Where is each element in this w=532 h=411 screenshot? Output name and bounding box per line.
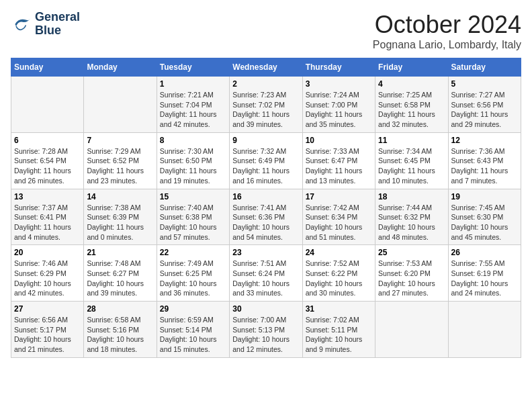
day-info: Sunrise: 6:58 AM Sunset: 5:16 PM Dayligh… [87,315,153,355]
day-info: Sunrise: 7:00 AM Sunset: 5:13 PM Dayligh… [232,315,299,355]
day-number: 31 [306,304,372,314]
day-number: 9 [232,136,299,145]
day-number: 2 [232,79,299,89]
calendar-cell: 4Sunrise: 7:25 AM Sunset: 6:58 PM Daylig… [375,77,448,133]
day-info: Sunrise: 7:24 AM Sunset: 7:00 PM Dayligh… [306,90,372,130]
day-number: 10 [306,136,372,145]
calendar-cell: 14Sunrise: 7:38 AM Sunset: 6:39 PM Dayli… [84,189,157,245]
calendar-cell: 1Sunrise: 7:21 AM Sunset: 7:04 PM Daylig… [157,77,229,133]
month-title: October 2024 [373,11,521,39]
day-info: Sunrise: 6:59 AM Sunset: 5:14 PM Dayligh… [160,315,226,355]
day-info: Sunrise: 7:37 AM Sunset: 6:41 PM Dayligh… [14,203,81,242]
day-info: Sunrise: 7:34 AM Sunset: 6:45 PM Dayligh… [378,146,445,186]
day-info: Sunrise: 7:41 AM Sunset: 6:36 PM Dayligh… [232,203,299,242]
day-number: 23 [232,248,299,257]
title-section: October 2024 Pognana Lario, Lombardy, It… [373,11,521,51]
calendar-cell: 17Sunrise: 7:42 AM Sunset: 6:34 PM Dayli… [302,189,375,245]
day-number: 30 [232,304,299,314]
calendar-cell: 6Sunrise: 7:28 AM Sunset: 6:54 PM Daylig… [11,132,84,189]
day-info: Sunrise: 7:28 AM Sunset: 6:54 PM Dayligh… [14,146,81,186]
day-info: Sunrise: 7:45 AM Sunset: 6:30 PM Dayligh… [451,203,518,242]
calendar-cell: 18Sunrise: 7:44 AM Sunset: 6:32 PM Dayli… [375,189,448,245]
day-info: Sunrise: 7:23 AM Sunset: 7:02 PM Dayligh… [232,90,299,130]
calendar-cell: 24Sunrise: 7:52 AM Sunset: 6:22 PM Dayli… [302,245,375,302]
day-info: Sunrise: 7:21 AM Sunset: 7:04 PM Dayligh… [160,90,226,130]
day-info: Sunrise: 6:56 AM Sunset: 5:17 PM Dayligh… [14,315,81,355]
day-info: Sunrise: 7:51 AM Sunset: 6:24 PM Dayligh… [232,259,299,298]
calendar-cell [375,302,448,358]
day-info: Sunrise: 7:55 AM Sunset: 6:19 PM Dayligh… [451,259,518,298]
day-number: 6 [14,136,81,145]
day-info: Sunrise: 7:48 AM Sunset: 6:27 PM Dayligh… [87,259,153,298]
calendar-cell: 30Sunrise: 7:00 AM Sunset: 5:13 PM Dayli… [230,302,302,358]
day-info: Sunrise: 7:27 AM Sunset: 6:56 PM Dayligh… [451,90,518,130]
day-info: Sunrise: 7:33 AM Sunset: 6:47 PM Dayligh… [306,146,372,186]
calendar-cell: 25Sunrise: 7:53 AM Sunset: 6:20 PM Dayli… [375,245,448,302]
logo: General Blue [11,11,80,38]
calendar-week-row: 1Sunrise: 7:21 AM Sunset: 7:04 PM Daylig… [11,77,521,133]
day-info: Sunrise: 7:25 AM Sunset: 6:58 PM Dayligh… [378,90,445,130]
calendar-cell: 11Sunrise: 7:34 AM Sunset: 6:45 PM Dayli… [375,132,448,189]
calendar-cell: 26Sunrise: 7:55 AM Sunset: 6:19 PM Dayli… [448,245,521,302]
calendar-week-row: 13Sunrise: 7:37 AM Sunset: 6:41 PM Dayli… [11,189,521,245]
day-number: 25 [378,248,445,257]
calendar-cell: 28Sunrise: 6:58 AM Sunset: 5:16 PM Dayli… [84,302,157,358]
calendar-cell: 9Sunrise: 7:32 AM Sunset: 6:49 PM Daylig… [230,132,302,189]
column-header-wednesday: Wednesday [230,58,302,77]
calendar-week-row: 27Sunrise: 6:56 AM Sunset: 5:17 PM Dayli… [11,302,521,358]
column-header-tuesday: Tuesday [157,58,229,77]
calendar-cell: 3Sunrise: 7:24 AM Sunset: 7:00 PM Daylig… [302,77,375,133]
day-number: 11 [378,136,445,145]
day-number: 16 [232,192,299,201]
day-info: Sunrise: 7:42 AM Sunset: 6:34 PM Dayligh… [306,203,372,242]
calendar-cell: 7Sunrise: 7:29 AM Sunset: 6:52 PM Daylig… [84,132,157,189]
day-info: Sunrise: 7:32 AM Sunset: 6:49 PM Dayligh… [232,146,299,186]
calendar-week-row: 6Sunrise: 7:28 AM Sunset: 6:54 PM Daylig… [11,132,521,189]
day-info: Sunrise: 7:02 AM Sunset: 5:11 PM Dayligh… [306,315,372,355]
column-header-friday: Friday [375,58,448,77]
location-title: Pognana Lario, Lombardy, Italy [373,39,521,51]
column-header-sunday: Sunday [11,58,84,77]
day-number: 3 [306,79,372,89]
calendar-cell [84,77,157,133]
day-info: Sunrise: 7:46 AM Sunset: 6:29 PM Dayligh… [14,259,81,298]
day-number: 22 [160,248,226,257]
calendar-week-row: 20Sunrise: 7:46 AM Sunset: 6:29 PM Dayli… [11,245,521,302]
calendar-cell: 8Sunrise: 7:30 AM Sunset: 6:50 PM Daylig… [157,132,229,189]
day-info: Sunrise: 7:52 AM Sunset: 6:22 PM Dayligh… [306,259,372,298]
calendar-cell: 12Sunrise: 7:36 AM Sunset: 6:43 PM Dayli… [448,132,521,189]
calendar-cell: 16Sunrise: 7:41 AM Sunset: 6:36 PM Dayli… [230,189,302,245]
column-header-thursday: Thursday [302,58,375,77]
day-number: 29 [160,304,226,314]
calendar-cell: 5Sunrise: 7:27 AM Sunset: 6:56 PM Daylig… [448,77,521,133]
day-number: 5 [451,79,518,89]
day-number: 8 [160,136,226,145]
day-info: Sunrise: 7:29 AM Sunset: 6:52 PM Dayligh… [87,146,153,186]
calendar-cell [448,302,521,358]
column-header-monday: Monday [84,58,157,77]
day-info: Sunrise: 7:36 AM Sunset: 6:43 PM Dayligh… [451,146,518,186]
logo-text: General Blue [35,11,80,38]
day-number: 1 [160,79,226,89]
logo-icon [11,13,32,35]
calendar-cell [11,77,84,133]
day-number: 13 [14,192,81,201]
day-info: Sunrise: 7:49 AM Sunset: 6:25 PM Dayligh… [160,259,226,298]
day-info: Sunrise: 7:44 AM Sunset: 6:32 PM Dayligh… [378,203,445,242]
day-number: 17 [306,192,372,201]
day-number: 28 [87,304,153,314]
calendar-cell: 27Sunrise: 6:56 AM Sunset: 5:17 PM Dayli… [11,302,84,358]
day-number: 12 [451,136,518,145]
page-header: General Blue October 2024 Pognana Lario,… [11,11,521,51]
calendar-cell: 31Sunrise: 7:02 AM Sunset: 5:11 PM Dayli… [302,302,375,358]
day-info: Sunrise: 7:38 AM Sunset: 6:39 PM Dayligh… [87,203,153,242]
day-info: Sunrise: 7:30 AM Sunset: 6:50 PM Dayligh… [160,146,226,186]
calendar-cell: 13Sunrise: 7:37 AM Sunset: 6:41 PM Dayli… [11,189,84,245]
calendar-cell: 21Sunrise: 7:48 AM Sunset: 6:27 PM Dayli… [84,245,157,302]
day-number: 21 [87,248,153,257]
calendar-cell: 23Sunrise: 7:51 AM Sunset: 6:24 PM Dayli… [230,245,302,302]
calendar-cell: 2Sunrise: 7:23 AM Sunset: 7:02 PM Daylig… [230,77,302,133]
calendar-cell: 29Sunrise: 6:59 AM Sunset: 5:14 PM Dayli… [157,302,229,358]
day-number: 19 [451,192,518,201]
calendar-header-row: SundayMondayTuesdayWednesdayThursdayFrid… [11,58,521,77]
